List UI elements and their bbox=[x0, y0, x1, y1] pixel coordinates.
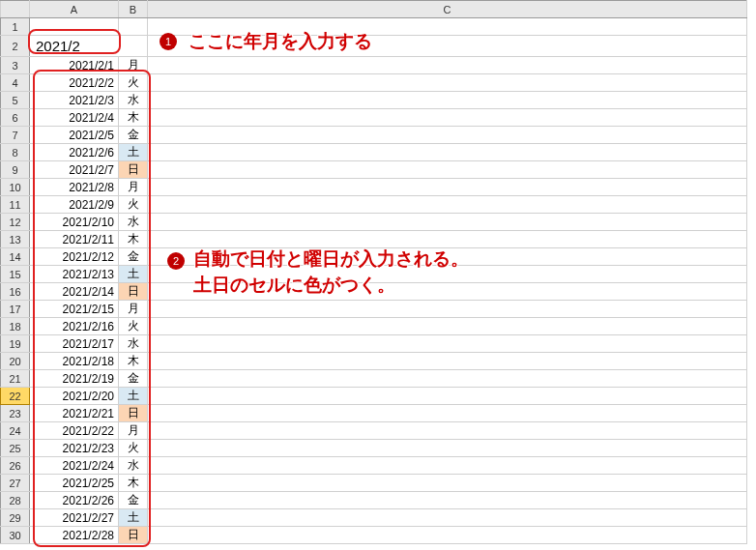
cell[interactable] bbox=[148, 214, 747, 231]
cell[interactable] bbox=[148, 266, 747, 283]
dow-cell[interactable]: 火 bbox=[119, 318, 148, 335]
dow-cell[interactable]: 月 bbox=[119, 57, 148, 74]
dow-cell[interactable]: 木 bbox=[119, 109, 148, 127]
corner-cell[interactable] bbox=[1, 1, 30, 18]
date-cell[interactable]: 2021/2/7 bbox=[30, 161, 119, 179]
row-header[interactable]: 11 bbox=[1, 196, 30, 214]
row-header[interactable]: 16 bbox=[1, 283, 30, 301]
date-cell[interactable]: 2021/2/5 bbox=[30, 127, 119, 144]
cell[interactable] bbox=[148, 509, 747, 527]
cell[interactable] bbox=[148, 109, 747, 127]
date-cell[interactable]: 2021/2/20 bbox=[30, 388, 119, 405]
cell[interactable] bbox=[148, 74, 747, 92]
date-cell[interactable]: 2021/2/26 bbox=[30, 492, 119, 509]
cell[interactable] bbox=[148, 179, 747, 196]
col-header-b[interactable]: B bbox=[119, 1, 148, 18]
dow-cell[interactable] bbox=[119, 18, 148, 36]
cell[interactable] bbox=[148, 335, 747, 353]
row-header[interactable]: 15 bbox=[1, 266, 30, 283]
row-header[interactable]: 30 bbox=[1, 527, 30, 544]
cell[interactable] bbox=[148, 370, 747, 388]
dow-cell[interactable]: 金 bbox=[119, 370, 148, 388]
dow-cell[interactable]: 水 bbox=[119, 92, 148, 109]
cell[interactable] bbox=[148, 475, 747, 492]
cell[interactable] bbox=[148, 527, 747, 544]
cell[interactable] bbox=[148, 283, 747, 301]
row-header[interactable]: 10 bbox=[1, 179, 30, 196]
row-header[interactable]: 26 bbox=[1, 457, 30, 475]
cell[interactable] bbox=[148, 18, 747, 36]
row-header[interactable]: 21 bbox=[1, 370, 30, 388]
cell[interactable] bbox=[148, 36, 747, 57]
date-cell[interactable]: 2021/2/18 bbox=[30, 353, 119, 370]
dow-cell[interactable]: 金 bbox=[119, 492, 148, 509]
date-cell[interactable]: 2021/2/25 bbox=[30, 475, 119, 492]
cell[interactable] bbox=[148, 492, 747, 509]
dow-cell[interactable]: 日 bbox=[119, 161, 148, 179]
cell[interactable] bbox=[148, 127, 747, 144]
dow-cell[interactable]: 火 bbox=[119, 196, 148, 214]
row-header[interactable]: 14 bbox=[1, 248, 30, 266]
row-header[interactable]: 9 bbox=[1, 161, 30, 179]
date-cell[interactable]: 2021/2/17 bbox=[30, 335, 119, 353]
dow-cell[interactable]: 日 bbox=[119, 527, 148, 544]
cell[interactable] bbox=[148, 405, 747, 422]
cell[interactable] bbox=[148, 92, 747, 109]
row-header[interactable]: 27 bbox=[1, 475, 30, 492]
dow-cell[interactable]: 土 bbox=[119, 388, 148, 405]
date-cell[interactable]: 2021/2/10 bbox=[30, 214, 119, 231]
col-header-a[interactable]: A bbox=[30, 1, 119, 18]
row-header[interactable]: 13 bbox=[1, 231, 30, 248]
row-header[interactable]: 2 bbox=[1, 36, 30, 57]
dow-cell[interactable]: 金 bbox=[119, 127, 148, 144]
dow-cell[interactable]: 日 bbox=[119, 405, 148, 422]
date-cell[interactable]: 2021/2/28 bbox=[30, 527, 119, 544]
cell[interactable] bbox=[148, 161, 747, 179]
date-cell[interactable]: 2021/2/24 bbox=[30, 457, 119, 475]
date-cell[interactable]: 2021/2/21 bbox=[30, 405, 119, 422]
date-cell[interactable]: 2021/2/22 bbox=[30, 422, 119, 440]
row-header[interactable]: 4 bbox=[1, 74, 30, 92]
date-cell[interactable]: 2021/2/4 bbox=[30, 109, 119, 127]
dow-cell[interactable]: 土 bbox=[119, 144, 148, 161]
cell[interactable] bbox=[148, 457, 747, 475]
row-header[interactable]: 23 bbox=[1, 405, 30, 422]
row-header[interactable]: 7 bbox=[1, 127, 30, 144]
dow-cell[interactable]: 月 bbox=[119, 422, 148, 440]
dow-cell[interactable]: 金 bbox=[119, 248, 148, 266]
dow-cell[interactable]: 月 bbox=[119, 179, 148, 196]
input-year-month-cell[interactable]: 2021/2 bbox=[30, 36, 148, 57]
date-cell[interactable]: 2021/2/13 bbox=[30, 266, 119, 283]
row-header[interactable]: 18 bbox=[1, 318, 30, 335]
dow-cell[interactable]: 火 bbox=[119, 440, 148, 457]
date-cell[interactable]: 2021/2/23 bbox=[30, 440, 119, 457]
cell[interactable] bbox=[148, 231, 747, 248]
date-cell[interactable] bbox=[30, 18, 119, 36]
date-cell[interactable]: 2021/2/6 bbox=[30, 144, 119, 161]
date-cell[interactable]: 2021/2/9 bbox=[30, 196, 119, 214]
date-cell[interactable]: 2021/2/11 bbox=[30, 231, 119, 248]
row-header[interactable]: 6 bbox=[1, 109, 30, 127]
cell[interactable] bbox=[148, 318, 747, 335]
dow-cell[interactable]: 木 bbox=[119, 353, 148, 370]
row-header[interactable]: 12 bbox=[1, 214, 30, 231]
row-header[interactable]: 3 bbox=[1, 57, 30, 74]
cell[interactable] bbox=[148, 196, 747, 214]
dow-cell[interactable]: 木 bbox=[119, 231, 148, 248]
row-header[interactable]: 20 bbox=[1, 353, 30, 370]
date-cell[interactable]: 2021/2/16 bbox=[30, 318, 119, 335]
row-header[interactable]: 8 bbox=[1, 144, 30, 161]
date-cell[interactable]: 2021/2/15 bbox=[30, 301, 119, 318]
date-cell[interactable]: 2021/2/2 bbox=[30, 74, 119, 92]
dow-cell[interactable]: 土 bbox=[119, 509, 148, 527]
dow-cell[interactable]: 日 bbox=[119, 283, 148, 301]
date-cell[interactable]: 2021/2/1 bbox=[30, 57, 119, 74]
dow-cell[interactable]: 水 bbox=[119, 214, 148, 231]
cell[interactable] bbox=[148, 301, 747, 318]
dow-cell[interactable]: 月 bbox=[119, 301, 148, 318]
date-cell[interactable]: 2021/2/8 bbox=[30, 179, 119, 196]
cell[interactable] bbox=[148, 440, 747, 457]
spreadsheet-grid[interactable]: A B C 122021/232021/2/1月42021/2/2火52021/… bbox=[0, 0, 747, 544]
dow-cell[interactable]: 水 bbox=[119, 335, 148, 353]
cell[interactable] bbox=[148, 388, 747, 405]
